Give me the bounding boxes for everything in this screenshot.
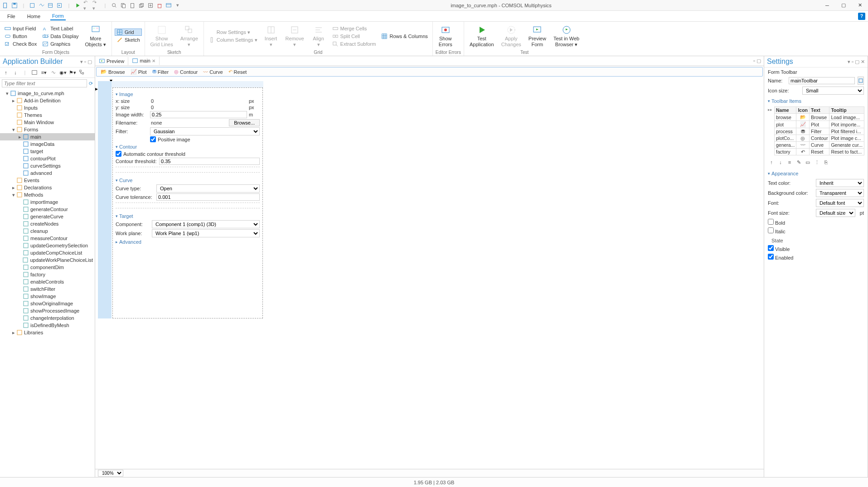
ribbon-split-cell[interactable]: Split Cell (330, 33, 378, 40)
browse-button[interactable]: Browse... (229, 119, 260, 126)
tree-row[interactable]: target (0, 148, 95, 155)
positive-image-checkbox[interactable] (150, 136, 156, 142)
tree-row[interactable]: Events (0, 177, 95, 184)
tree-row[interactable]: factory (0, 271, 95, 278)
qat-delete-icon[interactable] (156, 2, 163, 9)
app-builder-tree[interactable]: ▾image_to_curve.mph▸Add-in DefinitionInp… (0, 89, 95, 477)
tree-row[interactable]: updateWorkPlaneChoiceList (0, 256, 95, 264)
toolbar-item-filter[interactable]: ⛃Filter (151, 68, 170, 75)
tb-down-icon[interactable]: ↓ (11, 68, 19, 77)
contour-threshold-input[interactable] (159, 158, 260, 165)
zoom-select[interactable]: 100% (98, 470, 123, 477)
tree-row[interactable]: showImage (0, 293, 95, 300)
toolbar-item-plot[interactable]: 📈Plot (129, 68, 148, 75)
tree-row[interactable]: ▾Methods (0, 191, 95, 198)
tree-row[interactable]: ▸Libraries (0, 329, 95, 336)
tree-row[interactable]: ▸Declarations (0, 184, 95, 191)
ribbon-input-field[interactable]: Input Field (3, 25, 39, 32)
table-row[interactable]: process⛃FilterPlot filtered i... (775, 128, 864, 135)
qat-redo-icon[interactable]: ↷ ▾ (92, 2, 100, 9)
tree-row[interactable]: enableControls (0, 278, 95, 285)
qat-undo-icon[interactable]: ↶ ▾ (83, 2, 91, 9)
ribbon-grid[interactable]: Grid (115, 29, 142, 36)
tab-bar-controls[interactable]: ▫ ▢ (753, 58, 764, 64)
tab-close-icon[interactable]: ✕ (152, 58, 155, 63)
ribbon-rows-cols[interactable]: Rows & Columns (379, 33, 429, 40)
ribbon-test-app[interactable]: Test Application (467, 24, 497, 48)
tree-row[interactable]: componentDim (0, 264, 95, 271)
curve-type-select[interactable]: Open (156, 184, 260, 193)
section-advanced[interactable]: Advanced (116, 239, 260, 245)
qat-window-icon[interactable] (165, 2, 172, 9)
tree-row[interactable]: createNodes (0, 220, 95, 227)
tb-up-icon[interactable]: ↑ (2, 68, 10, 77)
tree-row[interactable]: cleanup (0, 227, 95, 235)
qat-dup-icon[interactable] (138, 2, 145, 9)
toolbar-item-curve[interactable]: 〰Curve (202, 69, 224, 75)
form-toolbar[interactable]: 📂Browse📈Plot⛃Filter◎Contour〰Curve↶Reset (96, 67, 763, 77)
table-row[interactable]: genera...〰CurveGenerate cur... (775, 142, 864, 149)
qat-db-icon[interactable] (47, 2, 54, 9)
tree-row[interactable]: ▸main (0, 133, 95, 140)
qat-more-icon[interactable]: ▾ (174, 2, 181, 9)
bold-checkbox[interactable] (768, 219, 774, 225)
tree-row[interactable]: advanced (0, 169, 95, 177)
table-edit-icon[interactable]: ✎ (795, 159, 802, 166)
tree-row[interactable]: showProcessedImage (0, 307, 95, 314)
qat-add-icon[interactable] (147, 2, 154, 9)
tree-row[interactable]: switchFilter (0, 285, 95, 293)
settings-section-appearance[interactable]: Appearance (768, 171, 864, 176)
menu-home[interactable]: Home (25, 13, 42, 20)
settings-name-btn[interactable] (858, 77, 864, 85)
settings-section-items[interactable]: Toolbar Items (768, 98, 864, 104)
table-row[interactable]: browse📂BrowseLoad image... (775, 114, 864, 121)
component-select[interactable]: Component 1 (comp1) (3D) (152, 220, 260, 228)
toolbar-item-contour[interactable]: ◎Contour (173, 68, 199, 75)
minimize-button[interactable]: ─ (821, 1, 834, 10)
tree-row[interactable]: Main Window (0, 119, 95, 126)
table-down-icon[interactable]: ↓ (777, 159, 784, 166)
panel-controls[interactable]: ▾ ▫ ▢ (80, 59, 92, 65)
tree-row[interactable]: curveSettings (0, 162, 95, 169)
qat-save-icon[interactable] (11, 2, 18, 9)
tree-row[interactable]: ▾Forms (0, 126, 95, 133)
tree-row[interactable]: isDefinedByMesh (0, 322, 95, 329)
visible-checkbox[interactable] (768, 245, 774, 251)
ribbon-row-settings[interactable]: Row Settings ▾ (207, 29, 259, 36)
table-list-icon[interactable]: ≡ (786, 159, 793, 166)
ribbon-more-objects[interactable]: More Objects ▾ (82, 24, 109, 48)
ribbon-checkbox[interactable]: Check Box (3, 40, 39, 48)
tree-row[interactable]: showOriginalImage (0, 300, 95, 307)
ribbon-data-display[interactable]: 1.2Data Display (40, 33, 80, 40)
tab-preview[interactable]: Preview (95, 57, 128, 65)
table-dup-icon[interactable]: ⎘ (822, 159, 829, 166)
qat-paste-icon[interactable] (129, 2, 136, 9)
table-side-tab[interactable]: ▸▸ (768, 106, 773, 112)
ribbon-merge-cells[interactable]: Merge Cells (330, 25, 378, 32)
ribbon-col-settings[interactable]: Column Settings ▾ (207, 36, 259, 43)
tree-filter-input[interactable] (2, 79, 87, 87)
tb-tree-icon[interactable] (78, 68, 86, 77)
curve-tol-input[interactable] (156, 193, 260, 201)
ribbon-show-errors[interactable]: Show Errors (436, 24, 456, 48)
section-target[interactable]: Target (116, 213, 260, 219)
qat-zoom-icon[interactable] (111, 2, 118, 9)
tree-row[interactable]: ▸Add-in Definition (0, 97, 95, 104)
tree-row[interactable]: contourPlot (0, 155, 95, 162)
tree-row[interactable]: Themes (0, 111, 95, 119)
ribbon-sketch[interactable]: Sketch (115, 36, 142, 43)
form-main[interactable]: Image x: size0px y: size0px Image width:… (112, 87, 263, 318)
toolbar-item-browse[interactable]: 📂Browse (99, 68, 126, 75)
settings-panel-controls[interactable]: ▾ ▫ ▢ ✕ (848, 59, 865, 65)
fontsize-select[interactable]: Default size (816, 209, 855, 217)
tree-row[interactable]: updateCompChoiceList (0, 249, 95, 256)
menu-form[interactable]: Form (50, 12, 66, 20)
table-row[interactable]: factory↶ResetReset to fact... (775, 149, 864, 155)
tree-row[interactable]: imageData (0, 140, 95, 148)
tree-row[interactable]: measureContour (0, 235, 95, 242)
help-icon[interactable]: ? (858, 13, 865, 20)
table-sep-icon[interactable]: ⋮ (813, 159, 820, 166)
font-select[interactable]: Default font (816, 199, 864, 207)
ribbon-test-web[interactable]: Test in Web Browser ▾ (551, 24, 582, 48)
qat-test-icon[interactable] (56, 2, 63, 9)
